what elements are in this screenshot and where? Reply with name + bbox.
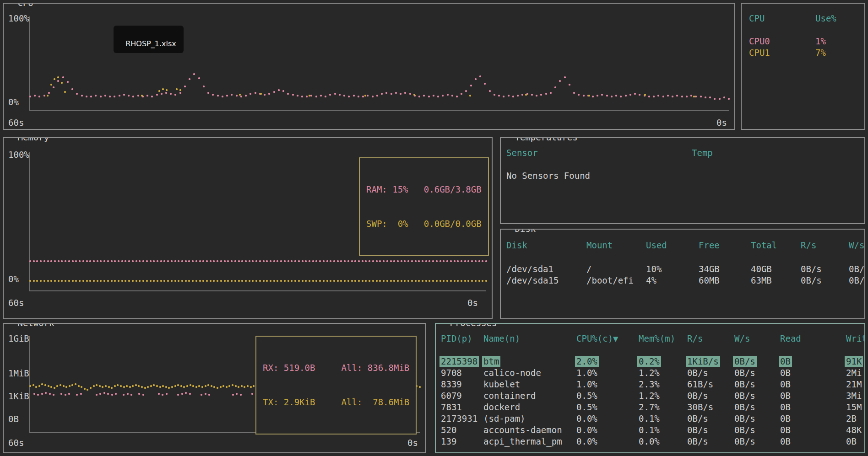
file-tooltip-label: RHOSP_1.xlsx: [125, 39, 176, 48]
process-cpu: 0.0%: [576, 413, 597, 424]
process-write-rate: 0B/s: [734, 413, 755, 424]
disk-total: 63MB: [751, 275, 772, 286]
col-sensor[interactable]: Sensor: [506, 147, 538, 159]
col-used[interactable]: Used: [646, 240, 667, 251]
process-name: btm: [482, 356, 500, 367]
processes-panel-title: Processes: [441, 323, 505, 329]
process-name: containerd: [483, 390, 536, 402]
process-write-rate: 0B/s: [733, 356, 757, 367]
cpu-x-left-label: 60s: [8, 117, 24, 129]
disk-row[interactable]: /dev/sda15 /boot/efi 4% 60MB 63MB 0B/s 0…: [506, 275, 864, 286]
process-pid: 6079: [441, 390, 462, 402]
col-name[interactable]: Name(n): [483, 333, 520, 344]
cpu-legend-col-use: Use%: [815, 13, 836, 24]
process-read-total: 0B: [780, 367, 791, 379]
col-mount[interactable]: Mount: [586, 240, 613, 251]
col-temp[interactable]: Temp: [692, 147, 713, 159]
process-mem: 0.1%: [639, 424, 660, 436]
cpu-widget[interactable]: CPU 100% 0% 60s 0s: [3, 3, 735, 130]
process-read-rate: 0B/s: [687, 413, 708, 424]
process-cpu: 0.5%: [576, 402, 597, 413]
cpu-legend-row[interactable]: CPU1 7%: [749, 47, 863, 59]
col-disk[interactable]: Disk: [506, 240, 527, 251]
temperatures-panel-title: Temperatures: [506, 137, 586, 143]
processes-widget[interactable]: Processes PID(p) Name(n) CPU%(c)▼ Mem%(m…: [435, 323, 865, 453]
process-mem: 2.7%: [639, 402, 660, 413]
process-mem: 0.1%: [639, 413, 660, 424]
memory-ram-stat: RAM: 15% 0.6GB/3.8GB: [366, 184, 482, 195]
process-write-total: 2B: [846, 413, 857, 424]
process-cpu: 1.0%: [576, 367, 597, 379]
process-name: calico-node: [483, 367, 541, 379]
no-sensors-message: No Sensors Found: [506, 170, 590, 182]
process-write-total: 3Mi: [846, 390, 862, 402]
temperatures-header: Sensor Temp: [506, 147, 863, 159]
col-write-rate[interactable]: W/s: [734, 333, 750, 344]
process-pid: 8339: [441, 379, 462, 390]
process-name: kubelet: [483, 379, 520, 390]
process-row[interactable]: 9708 calico-node 1.0% 1.2% 0B/s 0B/s 0B …: [441, 367, 863, 379]
memory-x-left-label: 60s: [8, 297, 24, 309]
col-write-total[interactable]: Write: [846, 333, 865, 344]
disk-device: /dev/sda1: [506, 263, 553, 275]
disk-panel-title: Disk: [506, 229, 544, 235]
disk-rows: /dev/sda1 / 10% 34GB 40GB 0B/s 0B/s /dev…: [506, 263, 864, 286]
process-write-total: 48K: [846, 424, 862, 436]
process-row[interactable]: 7831 dockerd 0.5% 2.7% 30B/s 0B/s 0B 15M: [441, 402, 863, 413]
process-write-rate: 0B/s: [734, 424, 755, 436]
process-cpu: 1.0%: [576, 379, 597, 390]
process-row[interactable]: 2215398 btm 2.0% 0.2% 1KiB/s 0B/s 0B 91K: [441, 356, 863, 367]
process-name: (sd-pam): [483, 413, 526, 424]
memory-legend-box: RAM: 15% 0.6GB/3.8GB SWP: 0% 0.0GB/0.0GB: [359, 157, 489, 256]
process-write-rate: 0B/s: [734, 436, 755, 447]
col-cpu-sort[interactable]: CPU%(c)▼: [576, 333, 618, 344]
process-write-total: 2Mi: [846, 367, 862, 379]
process-row[interactable]: 2173931 (sd-pam) 0.0% 0.1% 0B/s 0B/s 0B …: [441, 413, 863, 424]
col-read-rate[interactable]: R/s: [687, 333, 703, 344]
network-x-left-label: 60s: [8, 437, 24, 449]
process-row[interactable]: 8339 kubelet 1.0% 2.3% 61B/s 0B/s 0B 21M: [441, 379, 863, 390]
temperatures-widget[interactable]: Temperatures Sensor Temp No Sensors Foun…: [500, 137, 865, 224]
process-rows: 2215398 btm 2.0% 0.2% 1KiB/s 0B/s 0B 91K…: [441, 356, 863, 447]
col-write-rate[interactable]: W/s: [849, 240, 864, 251]
disk-free: 60MB: [699, 275, 720, 286]
process-read-total: 0B: [780, 390, 791, 402]
process-read-rate: 30B/s: [687, 402, 713, 413]
col-read-total[interactable]: Read: [780, 333, 801, 344]
cpu-legend-col-cpu: CPU: [749, 13, 765, 24]
network-y-label-1kib: 1KiB: [8, 391, 29, 402]
disk-widget[interactable]: Disk Disk Mount Used Free Total R/s W/s …: [500, 229, 865, 319]
col-free[interactable]: Free: [699, 240, 720, 251]
process-write-rate: 0B/s: [734, 402, 755, 413]
disk-read-rate: 0B/s: [801, 275, 822, 286]
col-read-rate[interactable]: R/s: [801, 240, 816, 251]
process-name: dockerd: [483, 402, 520, 413]
process-read-rate: 0B/s: [687, 367, 708, 379]
process-cpu: 0.5%: [576, 390, 597, 402]
process-row[interactable]: 6079 containerd 0.5% 1.2% 0B/s 0B/s 0B 3…: [441, 390, 863, 402]
process-read-total: 0B: [780, 379, 791, 390]
memory-y-max-label: 100%: [8, 149, 29, 161]
col-mem[interactable]: Mem%(m): [639, 333, 675, 344]
disk-used: 4%: [646, 275, 656, 286]
cpu-legend-row[interactable]: CPU0 1%: [749, 36, 863, 47]
memory-swap-stat: SWP: 0% 0.0GB/0.0GB: [366, 218, 482, 230]
col-total[interactable]: Total: [751, 240, 777, 251]
process-pid: 2215398: [439, 356, 479, 367]
col-pid[interactable]: PID(p): [441, 333, 472, 344]
process-write-total: 21M: [846, 379, 862, 390]
cpu-panel-title: CPU: [9, 3, 42, 9]
processes-header: PID(p) Name(n) CPU%(c)▼ Mem%(m) R/s W/s …: [441, 333, 863, 344]
network-widget[interactable]: Network 1GiB 1MiB 1KiB 0B 60s 0s RX: 519…: [3, 323, 426, 453]
process-pid: 520: [441, 424, 456, 436]
disk-write-rate: 0B/s: [849, 275, 865, 286]
process-row[interactable]: 139 acpi_thermal_pm 0.0% 0.0% 0B/s 0B/s …: [441, 436, 863, 447]
memory-widget[interactable]: Memory 100% 0% 60s 0s RAM: 15% 0.6GB/3.8…: [3, 137, 493, 319]
network-y-label-1mib: 1MiB: [8, 368, 29, 379]
cpu-legend-header: CPU Use%: [749, 13, 863, 24]
process-mem: 0.2%: [637, 356, 661, 367]
cpu-legend-widget[interactable]: CPU Use% CPU0 1% CPU1 7%: [741, 3, 865, 130]
process-row[interactable]: 520 accounts-daemon 0.0% 0.1% 0B/s 0B/s …: [441, 424, 863, 436]
disk-row[interactable]: /dev/sda1 / 10% 34GB 40GB 0B/s 0B/s: [506, 263, 864, 275]
network-legend-box: RX: 519.0B All: 836.8MiB TX: 2.9KiB All:…: [255, 336, 417, 435]
